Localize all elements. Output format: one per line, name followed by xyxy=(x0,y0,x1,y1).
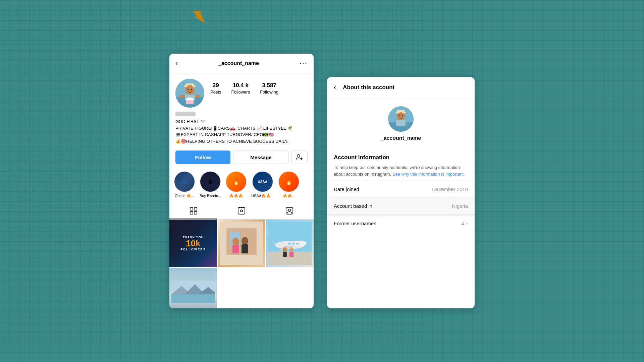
svg-rect-12 xyxy=(195,95,200,98)
highlight-fire[interactable]: 🔥 🔥🔥🔥 xyxy=(226,171,247,198)
stats-row: 29 Posts 10.4 k Followers 3,587 Followin… xyxy=(210,79,278,95)
posts-label: Posts xyxy=(210,89,221,95)
tab-grid[interactable] xyxy=(169,203,217,219)
profile-section: BDAY I'M 2 xyxy=(169,73,314,112)
svg-marker-0 xyxy=(191,6,210,26)
former-usernames-value-group: 4 › xyxy=(461,220,468,226)
more-options-button[interactable]: ··· xyxy=(300,59,308,68)
binary-background: 1011010011010100110101001101010011010100… xyxy=(0,0,644,362)
svg-point-8 xyxy=(191,89,192,90)
photo-10k-followers: FOLLOWERS xyxy=(180,248,206,251)
highlight-bitcoin-label: Buy Bitcoin... xyxy=(200,194,221,198)
posts-stat: 29 Posts xyxy=(210,82,221,95)
right-panel-header: ‹ About this account xyxy=(327,77,475,98)
date-joined-label: Date joined xyxy=(334,186,359,192)
svg-rect-43 xyxy=(292,243,295,245)
former-usernames-label: Former usernames xyxy=(334,221,376,226)
account-info-link[interactable]: See why this information is important. xyxy=(392,172,465,177)
highlight-bitcoin[interactable]: ₿ Buy Bitcoin... xyxy=(200,171,221,198)
account-info-desc: To help keep our community authentic, we… xyxy=(334,164,468,177)
photo-cell-jet[interactable] xyxy=(266,220,314,267)
photo-cell-couple[interactable] xyxy=(218,220,265,267)
svg-point-26 xyxy=(243,207,244,208)
highlight-chase[interactable]: C Chase 🔥... xyxy=(174,171,195,198)
photo-grid: THANK YOU 10k FOLLOWERS xyxy=(169,220,314,308)
account-based-in-label: Account based in xyxy=(334,203,372,209)
highlight-usaa[interactable]: USAA USAA🔥🔥... xyxy=(251,171,274,198)
following-stat[interactable]: 3,587 Following xyxy=(260,82,278,95)
photo-couple-img xyxy=(218,220,265,267)
bio-line2: PRIVATE FIGURE!📱CARS🚗, CHARTS 📈,LIFESTYL… xyxy=(175,126,293,131)
follow-button[interactable]: Follow xyxy=(175,150,230,164)
back-button-right[interactable]: ‹ xyxy=(334,83,336,92)
svg-rect-13 xyxy=(186,100,194,104)
right-profile-username: _account_name xyxy=(381,135,421,141)
profile-username-header: _account_name xyxy=(218,60,259,66)
date-joined-row: Date joined December 2018 xyxy=(327,181,475,197)
account-info-title: Account information xyxy=(334,154,468,161)
former-usernames-count: 4 xyxy=(461,221,464,226)
svg-point-39 xyxy=(293,241,307,246)
followers-stat[interactable]: 10.4 k Followers xyxy=(231,82,250,95)
tab-bar xyxy=(169,203,314,220)
message-button[interactable]: Message xyxy=(233,150,289,164)
avatar-person-svg: BDAY I'M xyxy=(175,79,204,108)
svg-point-47 xyxy=(289,247,293,252)
svg-point-45 xyxy=(283,247,287,252)
action-buttons: Follow Message xyxy=(169,148,314,169)
account-based-in-row: Account based in Nigeria xyxy=(327,197,475,215)
tab-tagged[interactable] xyxy=(266,203,314,219)
svg-point-60 xyxy=(398,115,400,116)
tagged-icon xyxy=(286,207,293,215)
left-panel-header: ‹ _account_name ··· xyxy=(169,54,314,73)
avatar-left: BDAY I'M xyxy=(175,79,204,108)
photo-city-img xyxy=(169,268,217,308)
posts-value: 29 xyxy=(210,82,221,89)
jet-svg xyxy=(268,222,312,265)
bio-line1: GOD FIRST 🕊️ xyxy=(175,119,206,124)
photo-cell-10k[interactable]: THANK YOU 10k FOLLOWERS xyxy=(169,220,217,267)
highlight-chase-label: Chase 🔥... xyxy=(175,194,194,198)
svg-rect-21 xyxy=(194,212,197,214)
highlight-fire-label: 🔥🔥🔥 xyxy=(229,194,243,198)
add-friend-button[interactable] xyxy=(291,150,308,164)
account-info-section: Account information To help keep our com… xyxy=(327,148,475,181)
tab-reels[interactable] xyxy=(217,203,265,219)
avatar-right-svg xyxy=(388,106,414,132)
followers-label: Followers xyxy=(231,89,250,95)
svg-rect-33 xyxy=(232,245,239,253)
avatar-right xyxy=(388,106,414,132)
left-phone-panel: ‹ _account_name ··· BDAY xyxy=(169,54,314,308)
highlight-bitcoin-img: ₿ xyxy=(200,172,220,192)
followers-value: 10.4 k xyxy=(231,82,250,89)
photo-cell-city[interactable] xyxy=(169,268,217,308)
bio-name-blurred xyxy=(175,112,196,116)
city-svg xyxy=(171,281,215,303)
highlight-fire2-label: 🔥🔥... xyxy=(283,194,295,198)
svg-rect-35 xyxy=(241,244,248,253)
svg-rect-22 xyxy=(238,207,245,214)
svg-rect-14 xyxy=(186,98,194,100)
svg-point-25 xyxy=(241,207,242,208)
account-based-in-value: Nigeria xyxy=(452,203,468,209)
svg-rect-20 xyxy=(190,212,193,214)
photo-jet-img xyxy=(266,220,314,267)
chevron-right-icon: › xyxy=(466,220,468,226)
svg-rect-19 xyxy=(194,207,197,210)
bio-section: GOD FIRST 🕊️ PRIVATE FIGURE!📱CARS🚗, CHAR… xyxy=(169,112,314,148)
svg-rect-18 xyxy=(190,207,193,210)
following-label: Following xyxy=(260,89,278,95)
svg-point-34 xyxy=(241,237,248,245)
photo-10k-num: 10k xyxy=(186,239,200,248)
svg-rect-62 xyxy=(396,120,406,126)
right-phone-panel: ‹ About this account _a xyxy=(327,77,475,308)
highlight-fire2[interactable]: 🔥 🔥🔥... xyxy=(278,171,299,198)
former-usernames-row[interactable]: Former usernames 4 › xyxy=(327,215,475,232)
arrow-svg xyxy=(191,6,211,26)
svg-point-23 xyxy=(240,210,243,212)
highlight-fire2-img: 🔥 xyxy=(279,172,299,192)
bio-line3: 💻EXPERT IN CASHAPP TURNOVER/ CEO🇯🇲🇺🇸 xyxy=(175,132,274,137)
highlight-usaa-img: USAA xyxy=(253,172,273,192)
svg-point-59 xyxy=(397,112,405,120)
back-button-left[interactable]: ‹ xyxy=(175,59,178,68)
